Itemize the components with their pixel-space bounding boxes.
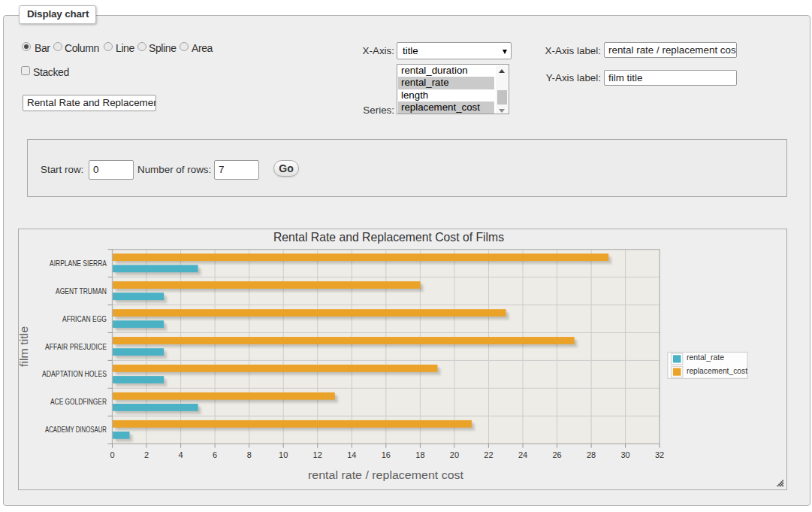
- svg-text:ADAPTATION HOLES: ADAPTATION HOLES: [42, 370, 107, 378]
- svg-text:AFRICAN EGG: AFRICAN EGG: [62, 315, 107, 323]
- svg-text:14: 14: [347, 450, 356, 459]
- svg-text:8: 8: [247, 450, 252, 459]
- svg-text:0: 0: [110, 450, 114, 459]
- svg-text:6: 6: [213, 450, 217, 459]
- svg-text:rental_rate: rental_rate: [687, 353, 724, 362]
- svg-text:AGENT TRUMAN: AGENT TRUMAN: [56, 287, 107, 295]
- svg-text:12: 12: [313, 450, 322, 459]
- svg-text:2: 2: [144, 450, 149, 459]
- svg-text:28: 28: [587, 450, 596, 459]
- svg-text:22: 22: [484, 450, 493, 459]
- svg-text:rental rate / replacement cost: rental rate / replacement cost: [308, 469, 463, 481]
- svg-text:ACADEMY DINOSAUR: ACADEMY DINOSAUR: [45, 426, 107, 434]
- svg-text:10: 10: [279, 450, 288, 459]
- svg-text:ACE GOLDFINGER: ACE GOLDFINGER: [50, 398, 107, 406]
- svg-text:24: 24: [518, 450, 527, 459]
- svg-text:AIRPLANE SIERRA: AIRPLANE SIERRA: [50, 259, 107, 268]
- svg-text:4: 4: [179, 450, 183, 459]
- svg-text:film title: film title: [19, 326, 30, 367]
- svg-text:Rental Rate and Replacement Co: Rental Rate and Replacement Cost of Film…: [273, 230, 504, 244]
- svg-text:32: 32: [655, 450, 664, 459]
- svg-text:26: 26: [552, 450, 561, 459]
- svg-text:18: 18: [415, 450, 424, 459]
- svg-text:30: 30: [620, 450, 629, 459]
- svg-text:16: 16: [382, 450, 391, 459]
- svg-text:replacement_cost: replacement_cost: [687, 366, 747, 375]
- svg-text:AFFAIR PREJUDICE: AFFAIR PREJUDICE: [45, 343, 107, 351]
- svg-text:20: 20: [450, 450, 459, 459]
